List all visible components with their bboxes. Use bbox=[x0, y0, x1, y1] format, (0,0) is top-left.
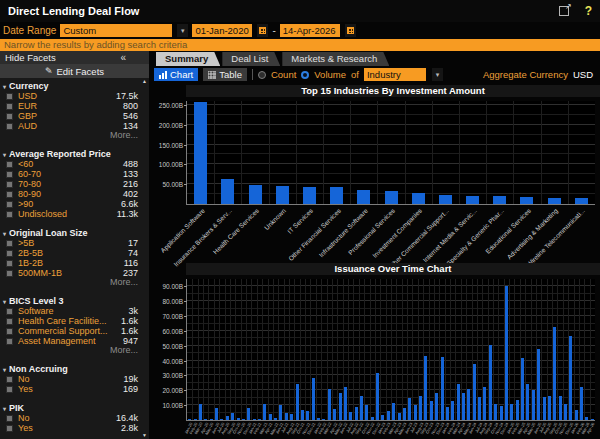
bar[interactable] bbox=[457, 384, 460, 420]
facet-item[interactable]: Health Care Facilitie...1.6k bbox=[3, 316, 138, 326]
bar[interactable] bbox=[483, 387, 486, 420]
scroll-up-icon[interactable]: ▲ bbox=[142, 79, 147, 84]
checkbox[interactable] bbox=[6, 191, 13, 198]
bar[interactable] bbox=[188, 419, 191, 420]
checkbox[interactable] bbox=[6, 123, 13, 130]
bar[interactable] bbox=[548, 198, 561, 204]
tab-deal-list[interactable]: Deal List bbox=[222, 52, 280, 66]
bar[interactable] bbox=[328, 389, 331, 420]
bar[interactable] bbox=[575, 198, 588, 204]
facet-item[interactable]: No16.4k bbox=[3, 413, 138, 423]
tab-markets-research[interactable]: Markets & Research bbox=[282, 52, 389, 66]
bar[interactable] bbox=[451, 401, 454, 420]
checkbox[interactable] bbox=[6, 386, 13, 393]
bar[interactable] bbox=[317, 418, 320, 420]
bar[interactable] bbox=[526, 384, 529, 420]
calendar-icon[interactable] bbox=[345, 24, 356, 37]
checkbox[interactable] bbox=[6, 181, 13, 188]
facet-item[interactable]: 1B-2B116 bbox=[3, 258, 138, 268]
facet-more-link[interactable]: More... bbox=[3, 346, 138, 355]
bar[interactable] bbox=[591, 419, 594, 420]
bar[interactable] bbox=[221, 179, 234, 204]
facet-item[interactable]: Software3k bbox=[3, 306, 138, 316]
checkbox[interactable] bbox=[6, 250, 13, 257]
bar[interactable] bbox=[194, 102, 207, 204]
edit-facets-button[interactable]: ✎ Edit Facets bbox=[0, 64, 149, 78]
bar[interactable] bbox=[242, 419, 245, 420]
facet-item[interactable]: GBP546 bbox=[3, 111, 138, 121]
bar[interactable] bbox=[253, 419, 256, 420]
bar[interactable] bbox=[548, 396, 551, 420]
bar[interactable] bbox=[204, 419, 207, 420]
bar[interactable] bbox=[419, 396, 422, 420]
bar[interactable] bbox=[276, 186, 289, 204]
bar[interactable] bbox=[279, 405, 282, 420]
facet-section-header[interactable]: ▾Average Reported Price bbox=[3, 149, 138, 159]
facet-section-header[interactable]: ▾Non Accruing bbox=[3, 364, 138, 374]
bar[interactable] bbox=[521, 358, 524, 420]
checkbox[interactable] bbox=[6, 113, 13, 120]
bar[interactable] bbox=[505, 286, 508, 420]
facet-section-header[interactable]: ▾Currency bbox=[3, 81, 138, 91]
end-date-input[interactable]: 14-Apr-2026 bbox=[280, 24, 340, 37]
bar[interactable] bbox=[462, 393, 465, 420]
checkbox[interactable] bbox=[6, 161, 13, 168]
bar[interactable] bbox=[285, 413, 288, 420]
bar[interactable] bbox=[500, 406, 503, 420]
bar[interactable] bbox=[226, 416, 229, 420]
bar[interactable] bbox=[330, 187, 343, 204]
checkbox[interactable] bbox=[6, 201, 13, 208]
bar[interactable] bbox=[296, 384, 299, 420]
date-range-preset-select[interactable]: Custom bbox=[60, 24, 172, 37]
facet-item[interactable]: >906.6k bbox=[3, 199, 138, 209]
export-icon[interactable]: ↗ bbox=[559, 6, 569, 16]
bar[interactable] bbox=[537, 349, 540, 420]
bar[interactable] bbox=[237, 418, 240, 420]
bar[interactable] bbox=[510, 404, 513, 420]
bar[interactable] bbox=[365, 405, 368, 420]
bar[interactable] bbox=[303, 187, 316, 204]
facet-item[interactable]: >5B17 bbox=[3, 238, 138, 248]
volume-radio[interactable] bbox=[301, 71, 309, 79]
bar[interactable] bbox=[392, 403, 395, 420]
facet-item[interactable]: 60-70133 bbox=[3, 169, 138, 179]
bar[interactable] bbox=[333, 409, 336, 420]
checkbox[interactable] bbox=[6, 211, 13, 218]
facet-section-header[interactable]: ▾BICS Level 3 bbox=[3, 296, 138, 306]
chevron-down-icon[interactable]: ▾ bbox=[432, 68, 443, 81]
checkbox[interactable] bbox=[6, 240, 13, 247]
bar[interactable] bbox=[478, 397, 481, 420]
bar[interactable] bbox=[349, 412, 352, 420]
bar[interactable] bbox=[387, 411, 390, 420]
bar[interactable] bbox=[575, 410, 578, 420]
bar[interactable] bbox=[520, 197, 533, 204]
bar[interactable] bbox=[247, 408, 250, 420]
checkbox[interactable] bbox=[6, 318, 13, 325]
bar[interactable] bbox=[355, 407, 358, 420]
bar[interactable] bbox=[339, 393, 342, 420]
bar[interactable] bbox=[489, 345, 492, 420]
bar[interactable] bbox=[306, 411, 309, 420]
bar[interactable] bbox=[439, 195, 452, 205]
bar[interactable] bbox=[312, 378, 315, 420]
bar[interactable] bbox=[543, 397, 546, 420]
checkbox[interactable] bbox=[6, 260, 13, 267]
bar[interactable] bbox=[344, 387, 347, 420]
bar[interactable] bbox=[435, 393, 438, 420]
tab-summary[interactable]: Summary bbox=[156, 52, 220, 66]
bar[interactable] bbox=[215, 408, 218, 420]
start-date-input[interactable]: 01-Jan-2020 bbox=[192, 24, 252, 37]
count-radio[interactable] bbox=[258, 71, 266, 79]
bar[interactable] bbox=[408, 398, 411, 420]
bar[interactable] bbox=[269, 414, 272, 420]
bar[interactable] bbox=[493, 196, 506, 204]
bar[interactable] bbox=[263, 404, 266, 420]
dimension-select[interactable]: Industry bbox=[364, 68, 426, 81]
bar[interactable] bbox=[322, 419, 325, 420]
facet-section-header[interactable]: ▾Original Loan Size bbox=[3, 228, 138, 238]
bar[interactable] bbox=[466, 196, 479, 204]
bar[interactable] bbox=[446, 407, 449, 420]
bar[interactable] bbox=[424, 356, 427, 420]
facet-item[interactable]: EUR800 bbox=[3, 101, 138, 111]
bar[interactable] bbox=[371, 417, 374, 420]
